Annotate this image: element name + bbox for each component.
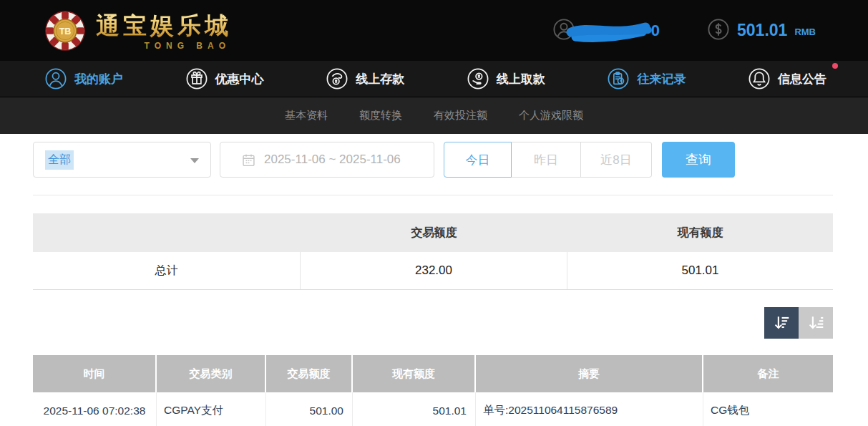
balance-amount: 501.01 — [737, 21, 787, 40]
brand-logo[interactable]: TB 通宝娱乐城 TONG BAO — [44, 10, 232, 52]
yesterday-button[interactable]: 昨日 — [512, 142, 581, 178]
col-header-amount: 交易额度 — [266, 355, 353, 392]
col-header-remark: 备注 — [703, 355, 833, 392]
nav-item-transaction-records[interactable]: 往来记录 — [607, 67, 686, 90]
top-header: TB 通宝娱乐城 TONG BAO 0 — [0, 0, 868, 61]
last-8-days-button[interactable]: 近8日 — [581, 142, 652, 178]
summary-total-current: 501.01 — [567, 252, 833, 289]
records-header-row: 时间 交易类别 交易额度 现有额度 摘要 备注 — [33, 355, 833, 392]
records-table: 时间 交易类别 交易额度 现有额度 摘要 备注 2025-11-06 07:02… — [33, 355, 833, 426]
col-header-time: 时间 — [33, 355, 157, 392]
col-header-type: 交易类别 — [157, 355, 266, 392]
summary-header-empty — [33, 213, 301, 252]
cell-time: 2025-11-06 07:02:38 — [33, 392, 157, 426]
records-clipboard-icon — [607, 67, 630, 90]
nav-item-my-account[interactable]: 我的账户 — [44, 67, 123, 90]
summary-header-current: 现有额度 — [567, 213, 833, 252]
cell-remark: CG钱包 — [703, 392, 833, 426]
date-range-input[interactable]: 2025-11-06 ~ 2025-11-06 — [220, 142, 434, 178]
main-navigation: 我的账户 优惠中心 线上存款 线上取款 — [0, 61, 868, 97]
nav-item-promotions[interactable]: 优惠中心 — [185, 67, 264, 90]
account-subnav: 基本资料 额度转换 有效投注额 个人游戏限额 — [0, 97, 868, 134]
table-row: 2025-11-06 07:02:38 CGPAY支付 501.00 501.0… — [33, 392, 833, 426]
calendar-icon — [241, 153, 256, 168]
deposit-coin-hand-icon — [326, 67, 348, 90]
query-button[interactable]: 查询 — [662, 142, 735, 178]
sort-ascending-button[interactable] — [799, 307, 833, 339]
cell-balance: 501.01 — [353, 392, 476, 426]
selected-type-value: 全部 — [45, 150, 74, 170]
bell-icon — [748, 67, 771, 90]
nav-item-deposit[interactable]: 线上存款 — [326, 67, 404, 90]
brand-name-en: TONG BAO — [96, 41, 232, 51]
summary-header-transaction: 交易额度 — [301, 213, 567, 252]
nav-item-withdraw[interactable]: 线上取款 — [467, 67, 545, 90]
today-button[interactable]: 今日 — [444, 142, 512, 178]
sort-descending-icon — [772, 314, 791, 332]
summary-total-transaction: 232.00 — [301, 252, 567, 289]
transaction-type-select[interactable]: 全部 — [33, 142, 211, 178]
summary-table: 交易额度 现有额度 总计 232.00 501.01 — [33, 213, 833, 290]
nav-item-announcements[interactable]: 信息公告 — [748, 67, 826, 90]
subnav-item-valid-bets[interactable]: 有效投注额 — [434, 109, 487, 122]
sort-ascending-icon — [806, 314, 825, 332]
svg-text:TB: TB — [59, 26, 72, 36]
subnav-item-basic-info[interactable]: 基本资料 — [285, 109, 328, 122]
logged-in-user[interactable]: 0 — [552, 16, 660, 45]
quick-date-buttons: 今日 昨日 近8日 — [444, 142, 652, 178]
summary-total-label: 总计 — [33, 252, 301, 289]
cell-type: CGPAY支付 — [157, 392, 266, 426]
brand-name: 通宝娱乐城 — [96, 10, 232, 42]
sort-controls — [33, 307, 833, 339]
col-header-balance: 现有额度 — [353, 355, 476, 392]
balance-display[interactable]: 501.01 RMB — [707, 18, 816, 44]
summary-header-row: 交易额度 现有额度 — [33, 213, 833, 252]
withdraw-coin-hand-icon — [467, 67, 489, 90]
col-header-summary: 摘要 — [476, 355, 703, 392]
section-divider — [33, 195, 833, 195]
casino-chip-icon: TB — [44, 10, 86, 52]
filter-toolbar: 全部 2025-11-06 ~ 2025-11-06 今日 昨日 近8日 查询 — [33, 142, 833, 178]
account-icon — [44, 67, 67, 90]
sort-descending-button[interactable] — [764, 307, 799, 339]
summary-total-row: 总计 232.00 501.01 — [33, 252, 833, 290]
chevron-down-icon — [190, 158, 199, 163]
balance-currency: RMB — [794, 26, 816, 37]
subnav-item-credit-transfer[interactable]: 额度转换 — [359, 109, 402, 122]
gift-icon — [185, 67, 208, 90]
records-page: 全部 2025-11-06 ~ 2025-11-06 今日 昨日 近8日 查询 — [0, 134, 868, 426]
cell-amount: 501.00 — [266, 392, 353, 426]
notification-dot — [832, 63, 838, 69]
cell-summary: 单号:202511064115876589 — [476, 392, 703, 426]
date-range-value: 2025-11-06 ~ 2025-11-06 — [264, 153, 401, 167]
redacted-username-scribble — [565, 18, 660, 47]
subnav-item-game-limits[interactable]: 个人游戏限额 — [519, 109, 583, 122]
dollar-icon — [707, 18, 730, 44]
